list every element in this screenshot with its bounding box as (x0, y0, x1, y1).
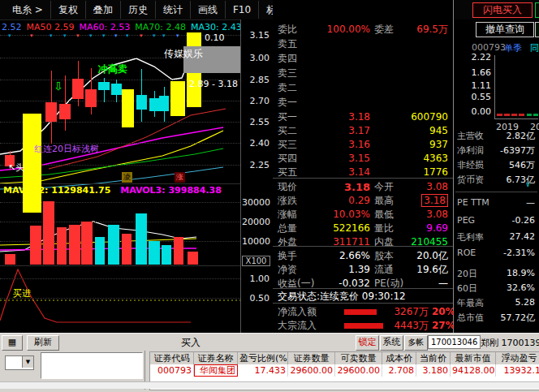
buy-row[interactable]: 买四3.154363 (273, 152, 453, 166)
buy-price: 3.18 (305, 110, 370, 124)
menu-item-复权[interactable]: 复权 (51, 1, 86, 19)
stat-value-2: 3.08 (383, 208, 448, 222)
stat-row: 外盘311711内盘210455 (273, 235, 453, 249)
separator (273, 288, 453, 289)
menu-item-F10[interactable]: F10 (226, 1, 259, 19)
quote-panel: 委比100.00%委差69.5万卖五卖四卖三卖二卖一买一3.18600790买二… (273, 0, 454, 333)
menu-item-统计[interactable]: 统计 (156, 1, 191, 19)
menu-item-历史[interactable]: 历史 (121, 1, 156, 19)
sell-row[interactable]: 卖三 (273, 67, 453, 80)
stat-value-2-inner: 3.08 (426, 209, 448, 220)
axis-label: 20000 (242, 217, 270, 227)
stat-row: 现价3.18今开3.08 (273, 180, 453, 194)
order-entry-area[interactable] (41, 352, 143, 379)
flash-buy-button[interactable]: 闪电买入 (472, 2, 533, 18)
positions-header-4: 可卖数量 (335, 352, 382, 364)
candle-mark: ▾ (8, 33, 11, 38)
menu-item-电糸 >[interactable]: 电糸 > (5, 1, 51, 19)
sell-row[interactable]: 卖一 (273, 96, 453, 110)
fin-ratio-value: — (486, 197, 535, 208)
buy-price: 3.16 (305, 138, 370, 152)
fin-ratio-value: 27.42 (486, 231, 535, 242)
sell-row[interactable]: 卖四 (273, 52, 453, 66)
gridline (0, 101, 240, 101)
fin-ratio-label: ROE (457, 248, 476, 258)
lock-button[interactable]: 锁定 (356, 335, 379, 351)
stat-value-2: 3.18 (383, 194, 448, 208)
grid-icon-button[interactable]: ▦ (2, 335, 23, 351)
candle-mark: ▾ (76, 33, 80, 38)
candle (159, 96, 169, 111)
ma-value-label: MA70: 2.48 (135, 22, 186, 32)
ma-value-label: MA60: 2.53 (80, 22, 131, 32)
axis-label: 1.00 (242, 274, 270, 284)
buy-row[interactable]: 买一3.18600790 (273, 110, 453, 124)
range-label: 2.89 - 3.18 (189, 79, 238, 89)
clipped-button[interactable] (535, 22, 539, 37)
order-type-dropdown[interactable]: ▼ (5, 355, 34, 370)
flash-sell-button-clipped[interactable] (535, 2, 539, 18)
positions-header-5: 成本价 (382, 352, 416, 364)
kline-chart[interactable]: 传媒娱乐 2.89 - 3.18 0.10 冲高卖 ⇩ 红连20日标浅树 ↖头 … (0, 32, 240, 333)
candle-mark: ▾ (140, 33, 143, 38)
separator (273, 178, 453, 179)
positions-header-6: 当前价 (416, 352, 451, 364)
stat-row: 涨跌0.29最高3.18 (273, 194, 453, 208)
sector-label[interactable]: 传媒娱乐 (164, 47, 203, 61)
candle-wick (65, 75, 66, 131)
stat-value-2: 3.08 (383, 180, 448, 194)
volume-bar (81, 222, 93, 265)
fin-row-value: -6397万 (486, 144, 535, 157)
sell-row[interactable]: 卖五 (273, 37, 453, 51)
buy-tab-label: 买入 (162, 336, 219, 350)
fin-row-value: 6.73亿 (486, 174, 535, 186)
candle (149, 98, 159, 111)
candle-mark: ▾ (89, 33, 93, 38)
gridline (0, 278, 240, 279)
buy-volume: 4363 (383, 152, 448, 166)
stat-value-2-inner: 9.69 (426, 222, 448, 234)
buy-row[interactable]: 买三3.16937 (273, 138, 453, 152)
cancel-order-query-button[interactable]: 撤单查询 (476, 22, 534, 37)
multi-account-button[interactable]: 多帐号 (404, 335, 428, 351)
mini-bar-positive (527, 114, 532, 116)
fin-chart-yoy[interactable]: 同 (530, 42, 539, 54)
fin-ratio-label: 年最高 (457, 297, 484, 309)
buy-price: 3.15 (305, 152, 370, 166)
mavol2-label: MAVOL2: 1129841.75 (3, 185, 110, 196)
refresh-button[interactable]: 刷新 (27, 335, 59, 351)
pane-divider (0, 265, 240, 266)
fin-row-label: 非经损 (457, 159, 484, 171)
positions-header-1: 证券名称 (194, 352, 238, 364)
dropdown-arrow-icon[interactable]: ▼ (22, 356, 33, 368)
mavol3-label: MAVOL3: 399884.38 (120, 185, 222, 196)
candle (59, 104, 71, 119)
buy-volume: 945 (383, 124, 448, 138)
mini-bar-negative (497, 114, 502, 116)
stat-value-2: 9.69 (383, 222, 448, 235)
volume-bar (30, 226, 41, 265)
trade-status-row: 交易状态:连续竞价 09:30:12 (273, 290, 453, 304)
weibi-value: 100.00% (305, 23, 370, 37)
menu-item-画线[interactable]: 画线 (191, 1, 226, 19)
head-label: ↖头 (8, 162, 24, 174)
buy-price: 3.17 (305, 124, 370, 138)
candle-mark: ▾ (153, 33, 156, 38)
fin-ratio-value: 32.6% (486, 282, 535, 293)
buy-row[interactable]: 买二3.17945 (273, 124, 453, 138)
buy-level-label: 买一 (278, 110, 297, 124)
down-arrow-icon: ⇩ (54, 80, 63, 93)
system-button[interactable]: 系统 (380, 335, 403, 351)
buy-level-label: 买三 (278, 138, 297, 152)
table-row[interactable]: 000793华闻集团17.43329600.0029600.002.7083.1… (150, 364, 539, 377)
sell-row[interactable]: 卖二 (273, 81, 453, 95)
weibi-row: 委比100.00%委差69.5万 (273, 23, 453, 37)
positions-cell: 29600.00 (335, 364, 382, 377)
stat-value-2-inner: 19.6亿 (416, 264, 448, 275)
mini-bar-positive (533, 114, 538, 116)
stat-row: 涨幅10.03%最低3.08 (273, 208, 453, 222)
positions-cell: 94128.00 (451, 364, 496, 377)
fin-chart-period[interactable]: 单季 (504, 42, 522, 54)
account-number-field[interactable]: 170013046 (428, 335, 481, 349)
menu-item-叠加[interactable]: 叠加 (86, 1, 121, 19)
